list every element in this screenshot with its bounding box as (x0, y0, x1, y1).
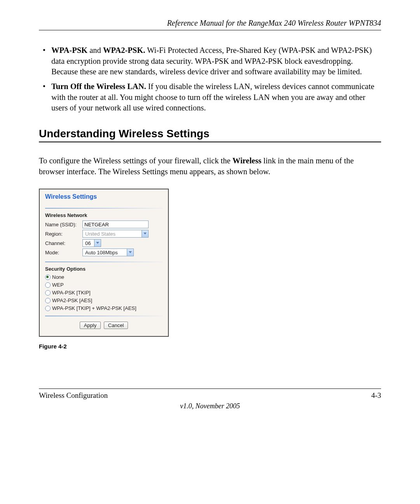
chevron-down-icon (94, 240, 101, 247)
ssid-input[interactable] (82, 220, 149, 228)
security-option-wpa-psk[interactable]: WPA-PSK [TKIP] (45, 290, 163, 296)
field-row-ssid: Name (SSID): (45, 220, 163, 228)
region-select[interactable]: United States (82, 230, 149, 238)
figure-caption: Figure 4-2 (39, 343, 381, 350)
wireless-network-header: Wireless Network (45, 212, 163, 218)
panel-title: Wireless Settings (45, 193, 163, 200)
radio-label: WPA-PSK [TKIP] + WPA2-PSK [AES] (52, 305, 136, 311)
field-row-channel: Channel: 06 (45, 239, 163, 247)
bullet-list: WPA-PSK and WPA2-PSK. Wi-Fi Protected Ac… (39, 45, 381, 114)
bullet-text: and (88, 46, 103, 54)
channel-value: 06 (83, 240, 93, 246)
section-heading: Understanding Wireless Settings (39, 128, 381, 140)
field-row-mode: Mode: Auto 108Mbps (45, 248, 163, 256)
intro-paragraph: To configure the Wireless settings of yo… (39, 156, 381, 177)
ssid-label: Name (SSID): (45, 222, 82, 228)
button-row: Apply Cancel (45, 322, 163, 329)
security-option-wpa-wpa2[interactable]: WPA-PSK [TKIP] + WPA2-PSK [AES] (45, 305, 163, 311)
radio-icon (45, 298, 51, 303)
wireless-settings-panel: Wireless Settings Wireless Network Name … (39, 189, 169, 337)
page-header: Reference Manual for the RangeMax 240 Wi… (39, 19, 381, 30)
region-label: Region: (45, 231, 82, 237)
panel-rule (45, 208, 163, 208)
radio-icon (45, 306, 51, 311)
mode-select[interactable]: Auto 108Mbps (82, 248, 134, 256)
radio-label: None (52, 274, 64, 280)
mode-label: Mode: (45, 250, 82, 256)
footer-rule (39, 388, 381, 389)
channel-select[interactable]: 06 (82, 239, 101, 247)
footer-page-number: 4-3 (371, 391, 381, 400)
panel-rule (45, 316, 163, 316)
footer-row: Wireless Configuration 4-3 (39, 391, 381, 400)
intro-bold: Wireless (233, 156, 261, 165)
radio-icon (45, 275, 51, 280)
security-option-none[interactable]: None (45, 274, 163, 280)
bullet-bold: WPA2-PSK. (103, 46, 145, 54)
svg-marker-2 (129, 251, 132, 253)
radio-label: WEP (52, 282, 64, 288)
section-rule (39, 142, 381, 142)
chevron-down-icon (127, 249, 133, 256)
security-options-header: Security Options (45, 266, 163, 272)
bullet-item: Turn Off the Wireless LAN. If you disabl… (50, 81, 381, 114)
svg-marker-0 (144, 233, 147, 234)
bullet-bold: Turn Off the Wireless LAN. (51, 82, 146, 91)
cancel-button[interactable]: Cancel (104, 322, 128, 329)
intro-text: To configure the Wireless settings of yo… (39, 156, 233, 165)
region-value: United States (83, 231, 118, 237)
bullet-bold: WPA-PSK (51, 46, 88, 54)
bullet-item: WPA-PSK and WPA2-PSK. Wi-Fi Protected Ac… (50, 45, 381, 77)
radio-icon (45, 290, 51, 296)
channel-label: Channel: (45, 240, 82, 246)
panel-rule (45, 262, 163, 262)
security-option-wep[interactable]: WEP (45, 282, 163, 288)
radio-label: WPA2-PSK [AES] (52, 298, 92, 303)
field-row-region: Region: United States (45, 230, 163, 238)
footer-version: v1.0, November 2005 (39, 402, 381, 410)
svg-marker-1 (96, 242, 99, 244)
security-option-wpa2-psk[interactable]: WPA2-PSK [AES] (45, 298, 163, 303)
footer-left: Wireless Configuration (39, 391, 108, 400)
chevron-down-icon (142, 230, 148, 237)
radio-label: WPA-PSK [TKIP] (52, 290, 91, 296)
radio-icon (45, 282, 51, 288)
mode-value: Auto 108Mbps (83, 250, 120, 256)
apply-button[interactable]: Apply (80, 322, 101, 329)
